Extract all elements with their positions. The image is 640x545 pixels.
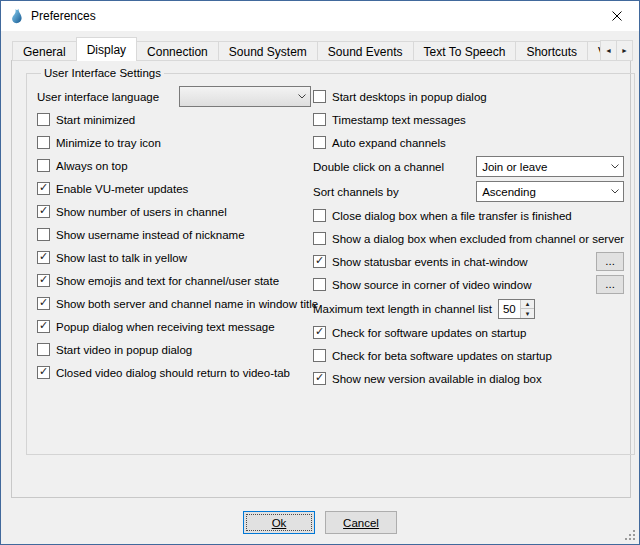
checkbox-label: Show username instead of nickname [56, 229, 245, 241]
checkbox-label: Check for software updates on startup [332, 327, 526, 339]
checkbox-check-updates[interactable]: Check for software updates on startup [313, 321, 624, 344]
checkbox-label: Show new version available in dialog box [332, 373, 542, 385]
checkbox-box [313, 232, 326, 245]
chevron-down-icon [607, 164, 623, 169]
group-title: User Interface Settings [41, 67, 164, 79]
double-click-label: Double click on a channel [313, 161, 444, 173]
tab-sound-system[interactable]: Sound System [218, 41, 318, 61]
checkbox-server-channel-title[interactable]: Show both server and channel name in win… [37, 292, 313, 315]
spinner-up-icon[interactable]: ▴ [521, 300, 534, 309]
tab-sound-events[interactable]: Sound Events [317, 41, 414, 61]
checkbox-desktops-popup[interactable]: Start desktops in popup dialog [313, 85, 624, 108]
checkbox-label: Closed video dialog should return to vid… [56, 367, 290, 379]
checkbox-label: Timestamp text messages [332, 114, 466, 126]
double-click-combobox[interactable]: Join or leave [476, 156, 624, 177]
combobox-value: Ascending [482, 186, 607, 198]
checkbox-start-minimized[interactable]: Start minimized [37, 108, 313, 131]
user-interface-settings-group: User Interface Settings User interface l… [26, 67, 635, 455]
checkbox-label: Auto expand channels [332, 137, 446, 149]
checkbox-box [37, 159, 50, 172]
statusbar-events-more-button[interactable]: ... [596, 252, 624, 271]
checkbox-label: Show both server and channel name in win… [56, 298, 318, 310]
checkbox-label: Start video in popup dialog [56, 344, 192, 356]
checkbox-new-version-dialog[interactable]: Show new version available in dialog box [313, 367, 624, 390]
sort-channels-combobox[interactable]: Ascending [476, 181, 624, 202]
checkbox-minimize-to-tray[interactable]: Minimize to tray icon [37, 131, 313, 154]
checkbox-emoji-text-state[interactable]: Show emojis and text for channel/user st… [37, 269, 313, 292]
tab-scroll-left-icon[interactable]: ◄ [600, 40, 617, 61]
checkbox-box [313, 113, 326, 126]
close-icon [612, 11, 622, 21]
checkbox-timestamp-messages[interactable]: Timestamp text messages [313, 108, 624, 131]
checkbox-video-source-corner[interactable]: Show source in corner of video window [313, 278, 531, 291]
video-source-row: Show source in corner of video window ..… [313, 273, 624, 296]
checkbox-box [37, 274, 50, 287]
checkbox-box [37, 136, 50, 149]
checkbox-box [313, 326, 326, 339]
checkbox-vu-meter-updates[interactable]: Enable VU-meter updates [37, 177, 313, 200]
sort-channels-row: Sort channels by Ascending [313, 179, 624, 204]
titlebar[interactable]: Preferences [1, 1, 639, 31]
video-source-more-button[interactable]: ... [596, 275, 624, 294]
checkbox-label: Show number of users in channel [56, 206, 227, 218]
language-row: User interface language [37, 85, 313, 108]
checkbox-box [313, 349, 326, 362]
checkbox-box [37, 366, 50, 379]
tab-connection[interactable]: Connection [136, 41, 219, 61]
max-text-length-label: Maximum text length in channel list [313, 303, 492, 315]
checkbox-label: Check for beta software updates on start… [332, 350, 552, 362]
max-text-length-spinner[interactable]: 50 ▴ ▾ [498, 299, 535, 319]
checkbox-box [313, 90, 326, 103]
language-combobox[interactable] [179, 86, 311, 107]
checkbox-check-beta-updates[interactable]: Check for beta software updates on start… [313, 344, 624, 367]
checkbox-box [37, 182, 50, 195]
checkbox-auto-expand-channels[interactable]: Auto expand channels [313, 131, 624, 154]
checkbox-box [313, 372, 326, 385]
checkbox-box [313, 136, 326, 149]
tab-scroll-right-icon[interactable]: ► [616, 40, 633, 61]
cancel-button[interactable]: Cancel [325, 511, 397, 534]
tab-shortcuts[interactable]: Shortcuts [515, 41, 588, 61]
checkbox-box [37, 297, 50, 310]
right-column: Start desktops in popup dialog Timestamp… [313, 85, 624, 390]
checkbox-box [313, 209, 326, 222]
ok-button[interactable]: Ok [243, 511, 315, 534]
dialog-button-row: Ok Cancel [1, 511, 639, 534]
resize-grip[interactable] [624, 529, 636, 541]
checkbox-box [37, 228, 50, 241]
checkbox-box [313, 255, 326, 268]
spinner-value[interactable]: 50 [499, 300, 520, 318]
checkbox-box [37, 320, 50, 333]
checkbox-label: Close dialog box when a file transfer is… [332, 210, 572, 222]
checkbox-label: Show source in corner of video window [332, 279, 531, 291]
checkbox-label: Enable VU-meter updates [56, 183, 188, 195]
max-text-length-row: Maximum text length in channel list 50 ▴… [313, 296, 624, 321]
checkbox-close-on-transfer[interactable]: Close dialog box when a file transfer is… [313, 204, 624, 227]
tab-general[interactable]: General [12, 41, 77, 61]
checkbox-box [37, 113, 50, 126]
checkbox-label: Always on top [56, 160, 128, 172]
language-label: User interface language [37, 91, 159, 103]
tab-display[interactable]: Display [76, 37, 137, 61]
checkbox-show-username[interactable]: Show username instead of nickname [37, 223, 313, 246]
left-column: User interface language Start minimized [37, 85, 313, 390]
checkbox-video-return-tab[interactable]: Closed video dialog should return to vid… [37, 361, 313, 384]
chevron-down-icon [607, 189, 623, 194]
checkbox-box [37, 343, 50, 356]
close-button[interactable] [594, 1, 639, 31]
window-title: Preferences [31, 9, 96, 23]
checkbox-statusbar-events[interactable]: Show statusbar events in chat-window [313, 255, 528, 268]
checkbox-always-on-top[interactable]: Always on top [37, 154, 313, 177]
tab-text-to-speech[interactable]: Text To Speech [413, 41, 517, 61]
checkbox-show-user-count[interactable]: Show number of users in channel [37, 200, 313, 223]
checkbox-label: Show last to talk in yellow [56, 252, 187, 264]
spinner-down-icon[interactable]: ▾ [521, 308, 534, 318]
checkbox-popup-text-message[interactable]: Popup dialog when receiving text message [37, 315, 313, 338]
sort-channels-label: Sort channels by [313, 186, 399, 198]
checkbox-excluded-dialog[interactable]: Show a dialog box when excluded from cha… [313, 227, 624, 250]
statusbar-events-row: Show statusbar events in chat-window ... [313, 250, 624, 273]
ok-button-label: Ok [272, 517, 287, 529]
app-icon [9, 8, 25, 24]
checkbox-video-popup[interactable]: Start video in popup dialog [37, 338, 313, 361]
checkbox-last-talk-yellow[interactable]: Show last to talk in yellow [37, 246, 313, 269]
